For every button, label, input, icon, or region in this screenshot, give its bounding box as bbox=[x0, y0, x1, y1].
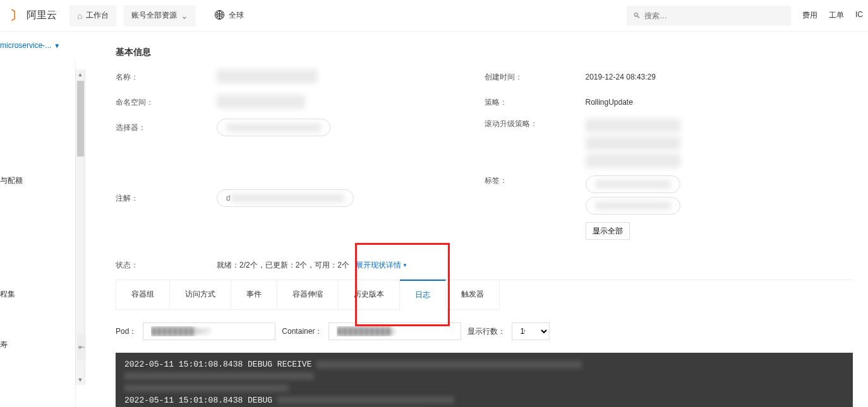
home-icon: ⌂ bbox=[77, 11, 82, 21]
section-title: 基本信息 bbox=[116, 47, 853, 58]
value-strategy: RollingUpdate bbox=[586, 98, 633, 107]
search-input[interactable] bbox=[644, 11, 785, 20]
tab-hpa[interactable]: 容器伸缩 bbox=[277, 280, 339, 310]
logo[interactable]: 〕 阿里云 bbox=[5, 7, 62, 24]
label-namespace: 命名空间： bbox=[116, 97, 217, 108]
log-line: 2022-05-11 15:01:08.8438 DEBUG bbox=[124, 395, 844, 407]
tab-triggers[interactable]: 触发器 bbox=[446, 280, 500, 310]
show-all-button[interactable]: 显示全部 bbox=[586, 222, 630, 240]
label-strategy: 策略： bbox=[485, 97, 586, 108]
leftnav-item-sets[interactable]: 程集 bbox=[0, 281, 75, 307]
sidebar-collapse-handle[interactable]: ⇤ bbox=[77, 334, 86, 360]
value-created: 2019-12-24 08:43:29 bbox=[586, 73, 656, 81]
logo-bracket-icon: 〕 bbox=[10, 7, 23, 24]
lines-select[interactable]: 100 bbox=[512, 322, 550, 340]
label-tags: 标签： bbox=[485, 175, 586, 186]
status-text: 就绪：2/2个，已更新：2个，可用：2个 bbox=[217, 260, 349, 271]
label-rolling-policy: 滚动升级策略： bbox=[485, 119, 586, 129]
caret-down-icon: ▼ bbox=[54, 42, 60, 49]
left-column: microservice-... ▼ 与配额 程集 寿 ▲ ▼ ⇤ bbox=[0, 32, 85, 407]
log-pane: 2022-05-11 15:01:08.8438 DEBUG RECEIVE 2… bbox=[116, 353, 853, 407]
collapse-icon: ⇤ bbox=[78, 343, 85, 351]
main-content: 基本信息 名称： 命名空间： 选择器： bbox=[85, 32, 868, 407]
log-line bbox=[124, 383, 844, 395]
annotation-pill: d bbox=[217, 189, 354, 207]
label-name: 名称： bbox=[116, 72, 217, 83]
top-header: 〕 阿里云 ⌂ 工作台 账号全部资源 ⌄ 🌐︎ 全球 🔍︎ 费用 工单 IC bbox=[0, 0, 868, 32]
tab-logs[interactable]: 日志 bbox=[400, 280, 446, 310]
tabs: 容器组 访问方式 事件 容器伸缩 历史版本 日志 触发器 bbox=[116, 280, 853, 310]
chevron-down-icon: ⌄ bbox=[181, 11, 188, 21]
selector-pill bbox=[217, 119, 330, 136]
expand-status-link[interactable]: 展开现状详情▼ bbox=[356, 260, 407, 271]
log-line bbox=[124, 371, 844, 383]
label-selector: 选择器： bbox=[116, 122, 217, 133]
ticket-link[interactable]: 工单 bbox=[829, 10, 844, 21]
workbench-button[interactable]: ⌂ 工作台 bbox=[69, 5, 116, 27]
ic-link[interactable]: IC bbox=[855, 10, 863, 21]
value-name-redacted bbox=[217, 69, 318, 83]
log-filters: Pod： ████████db行 Container： ██████████e … bbox=[116, 310, 853, 353]
search-box[interactable]: 🔍︎ bbox=[627, 6, 791, 26]
pod-label: Pod： bbox=[116, 326, 136, 337]
header-right-links: 费用 工单 IC bbox=[802, 10, 863, 21]
container-label: Container： bbox=[282, 326, 322, 337]
label-status: 状态： bbox=[116, 260, 217, 271]
leftnav-item-misc[interactable]: 寿 bbox=[0, 332, 75, 357]
tab-history[interactable]: 历史版本 bbox=[339, 280, 400, 310]
log-line: 2022-05-11 15:01:08.8438 DEBUG RECEIVE bbox=[124, 359, 844, 371]
fee-link[interactable]: 费用 bbox=[802, 10, 817, 21]
tab-access[interactable]: 访问方式 bbox=[170, 280, 231, 310]
label-annotation: 注解： bbox=[116, 193, 217, 204]
globe-icon: 🌐︎ bbox=[215, 10, 225, 21]
scroll-up-icon[interactable]: ▲ bbox=[76, 69, 85, 80]
value-namespace-redacted bbox=[217, 95, 305, 109]
scroll-down-icon[interactable]: ▼ bbox=[76, 375, 85, 385]
value-tags-redacted bbox=[586, 175, 680, 215]
left-nav: 与配额 程集 寿 bbox=[0, 59, 76, 407]
tab-pods[interactable]: 容器组 bbox=[116, 280, 170, 310]
scroll-thumb[interactable] bbox=[77, 81, 84, 156]
region-selector[interactable]: 🌐︎ 全球 bbox=[215, 10, 244, 21]
value-rolling-redacted bbox=[586, 119, 680, 168]
leftnav-item-quota[interactable]: 与配额 bbox=[0, 168, 75, 193]
container-select[interactable]: ██████████e bbox=[329, 322, 461, 340]
resource-dropdown[interactable]: 账号全部资源 ⌄ bbox=[124, 5, 196, 27]
breadcrumb[interactable]: microservice-... ▼ bbox=[0, 41, 60, 50]
lines-label: 显示行数： bbox=[467, 326, 505, 337]
pod-select[interactable]: ████████db行 bbox=[143, 322, 275, 340]
tab-events[interactable]: 事件 bbox=[231, 280, 277, 310]
search-icon: 🔍︎ bbox=[633, 11, 641, 20]
caret-down-icon: ▼ bbox=[402, 262, 407, 268]
logo-text: 阿里云 bbox=[27, 9, 57, 22]
label-created: 创建时间： bbox=[485, 72, 586, 83]
